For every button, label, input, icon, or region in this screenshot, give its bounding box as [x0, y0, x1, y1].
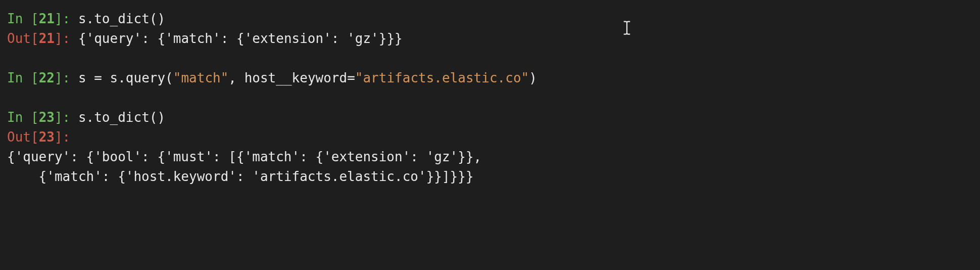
code-text: )	[529, 70, 537, 85]
out-prompt-number: 23	[39, 129, 55, 145]
in-prompt-number: 21	[39, 11, 55, 26]
input-line-21: In [21]: s.to_dict()	[7, 9, 973, 29]
equals-sign: =	[94, 70, 102, 85]
blank-line	[7, 49, 973, 68]
in-prompt-suffix: ]:	[55, 70, 78, 85]
in-prompt-number: 22	[39, 70, 55, 85]
out-prompt-number: 21	[39, 31, 55, 46]
code-text: s.to_dict()	[78, 110, 165, 125]
output-prompt-23: Out[23]:	[7, 127, 973, 147]
out-prompt-prefix: Out[	[7, 129, 39, 145]
out-prompt-prefix: Out[	[7, 31, 39, 46]
in-prompt-prefix: In [	[7, 11, 39, 26]
output-line-23b: {'match': {'host.keyword': 'artifacts.el…	[7, 167, 973, 187]
in-prompt-suffix: ]:	[55, 110, 78, 125]
terminal-output[interactable]: In [21]: s.to_dict() Out[21]: {'query': …	[7, 9, 973, 187]
code-text: s	[78, 70, 94, 85]
output-text: {'query': {'match': {'extension': 'gz'}}…	[78, 31, 403, 46]
equals-sign: =	[347, 70, 355, 85]
string-literal: "artifacts.elastic.co"	[355, 70, 529, 85]
out-prompt-suffix: ]:	[55, 129, 70, 145]
in-prompt-prefix: In [	[7, 70, 39, 85]
input-line-22: In [22]: s = s.query("match", host__keyw…	[7, 68, 973, 88]
out-prompt-suffix: ]:	[55, 31, 78, 46]
string-literal: "match"	[173, 70, 229, 85]
code-text: , host__keyword	[228, 70, 347, 85]
output-line-23a: {'query': {'bool': {'must': [{'match': {…	[7, 147, 973, 167]
output-text: {'match': {'host.keyword': 'artifacts.el…	[7, 169, 474, 184]
input-line-23: In [23]: s.to_dict()	[7, 108, 973, 127]
code-text: s.query(	[102, 70, 173, 85]
in-prompt-suffix: ]:	[55, 11, 78, 26]
in-prompt-number: 23	[39, 110, 55, 125]
in-prompt-prefix: In [	[7, 110, 39, 125]
output-text: {'query': {'bool': {'must': [{'match': {…	[7, 149, 481, 164]
blank-line	[7, 88, 973, 108]
output-line-21: Out[21]: {'query': {'match': {'extension…	[7, 29, 973, 49]
code-text: s.to_dict()	[78, 11, 165, 26]
